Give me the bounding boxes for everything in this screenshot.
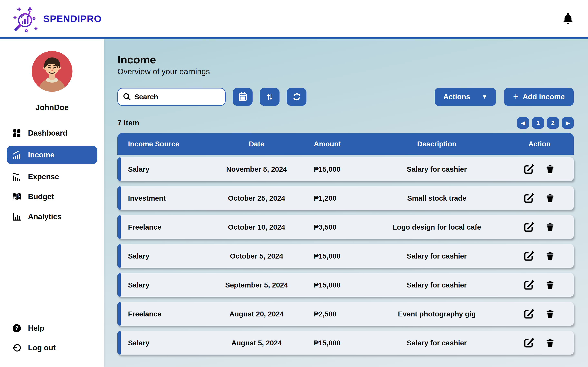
refresh-icon <box>292 92 302 102</box>
table-row: Freelance October 10, 2024 ₱3,500 Logo d… <box>117 215 574 239</box>
table-row: Investment October 25, 2024 ₱1,200 Small… <box>117 186 574 210</box>
edit-icon <box>523 222 534 233</box>
trash-icon <box>545 250 555 262</box>
app-window: SPENDIPRO <box>0 0 588 367</box>
trash-icon <box>545 309 555 319</box>
delete-button[interactable] <box>544 337 556 349</box>
sidebar-item-help[interactable]: ? Help <box>7 321 97 336</box>
cell-income-source: Salary <box>117 252 213 260</box>
edit-button[interactable] <box>523 250 535 262</box>
edit-icon <box>523 250 534 262</box>
edit-button[interactable] <box>523 279 535 291</box>
actions-dropdown-button[interactable]: Actions ▼ <box>435 88 496 106</box>
page-title: Income <box>117 54 574 66</box>
chevron-down-icon: ▼ <box>482 94 487 100</box>
sidebar-item-label: Income <box>28 151 54 159</box>
cell-income-source: Freelance <box>117 310 213 318</box>
sort-arrows-icon <box>265 92 275 102</box>
sidebar-item-label: Budget <box>28 192 54 201</box>
cell-amount: ₱2,500 <box>300 310 368 318</box>
analytics-bars-icon <box>12 212 22 222</box>
pagination-page-1-button[interactable]: 1 <box>532 117 544 129</box>
cell-amount: ₱3,500 <box>300 223 368 231</box>
row-accent-bar <box>117 157 121 181</box>
cell-actions <box>505 308 574 320</box>
cell-income-source: Salary <box>117 339 213 347</box>
cell-actions <box>505 337 574 349</box>
cell-description: Salary for cashier <box>368 252 505 260</box>
column-header-income-source: Income Source <box>117 140 213 148</box>
sidebar-item-budget[interactable]: $ Budget <box>7 189 97 204</box>
delete-button[interactable] <box>544 250 556 262</box>
add-income-label: Add income <box>523 92 565 101</box>
cell-date: October 25, 2024 <box>213 194 300 202</box>
cell-date: November 5, 2024 <box>213 165 300 173</box>
sidebar-item-expense[interactable]: Expense <box>7 169 97 184</box>
cell-actions <box>505 250 574 262</box>
pagination-page-2-button[interactable]: 2 <box>547 117 559 129</box>
user-avatar <box>32 51 72 92</box>
sidebar-item-analytics[interactable]: Analytics <box>7 209 97 224</box>
delete-button[interactable] <box>544 163 556 175</box>
delete-button[interactable] <box>544 279 556 291</box>
sidebar-item-income[interactable]: Income <box>7 146 97 164</box>
income-table: Income Source Date Amount Description Ac… <box>117 133 574 363</box>
svg-text:$: $ <box>17 194 20 198</box>
notifications-button[interactable] <box>561 11 575 26</box>
toolbar-right-group: Actions ▼ + Add income <box>435 88 574 106</box>
edit-button[interactable] <box>523 308 535 320</box>
edit-icon <box>523 309 534 319</box>
table-row: Salary August 5, 2024 ₱15,000 Salary for… <box>117 331 574 355</box>
cell-amount: ₱1,200 <box>300 194 368 202</box>
delete-button[interactable] <box>544 192 556 204</box>
sidebar-item-dashboard[interactable]: Dashboard <box>7 126 97 141</box>
sort-button[interactable] <box>260 88 279 106</box>
refresh-button[interactable] <box>287 88 306 106</box>
search-input[interactable] <box>134 93 221 101</box>
budget-ledger-icon: $ <box>12 192 22 202</box>
cell-income-source: Investment <box>117 194 213 202</box>
cell-date: September 5, 2024 <box>213 281 300 289</box>
items-count: 7 item <box>117 119 139 127</box>
cell-amount: ₱15,000 <box>300 281 368 289</box>
delete-button[interactable] <box>544 221 556 233</box>
column-header-description: Description <box>368 140 505 148</box>
row-accent-bar <box>117 331 121 355</box>
sidebar-item-logout[interactable]: Log out <box>7 341 97 355</box>
column-header-action: Action <box>505 140 574 148</box>
cell-description: Event photography gig <box>368 310 505 318</box>
calendar-filter-button[interactable] <box>233 88 252 106</box>
pagination-next-button[interactable]: ▶ <box>562 117 574 129</box>
next-arrow-icon: ▶ <box>566 120 570 125</box>
sidebar-menu: Dashboard <box>0 126 104 224</box>
trash-icon <box>545 222 555 233</box>
edit-button[interactable] <box>523 192 535 204</box>
delete-button[interactable] <box>544 308 556 320</box>
spendipro-logo-icon <box>13 4 40 33</box>
header-accent-line <box>0 37 588 39</box>
sidebar-footer: ? Help Log out <box>0 321 104 367</box>
edit-button[interactable] <box>523 163 535 175</box>
cell-date: October 10, 2024 <box>213 223 300 231</box>
pagination: ◀ 1 2 ▶ <box>517 117 574 129</box>
pagination-prev-button[interactable]: ◀ <box>517 117 529 129</box>
cell-date: August 20, 2024 <box>213 310 300 318</box>
add-income-button[interactable]: + Add income <box>504 88 574 106</box>
edit-icon <box>523 164 534 175</box>
edit-button[interactable] <box>523 221 535 233</box>
edit-button[interactable] <box>523 337 535 349</box>
cell-description: Salary for cashier <box>368 165 505 173</box>
main-content: Income Overview of your earnings <box>104 39 588 367</box>
table-row: Salary November 5, 2024 ₱15,000 Salary f… <box>117 157 574 181</box>
row-accent-bar <box>117 186 121 210</box>
calendar-icon <box>238 92 248 102</box>
cell-amount: ₱15,000 <box>300 252 368 260</box>
cell-description: Logo design for local cafe <box>368 223 505 231</box>
help-icon: ? <box>12 323 22 333</box>
row-accent-bar <box>117 244 121 268</box>
cell-actions <box>505 192 574 204</box>
edit-icon <box>523 337 534 349</box>
column-header-date: Date <box>213 140 300 148</box>
table-row: Freelance August 20, 2024 ₱2,500 Event p… <box>117 302 574 325</box>
sidebar-item-label: Log out <box>28 343 56 352</box>
